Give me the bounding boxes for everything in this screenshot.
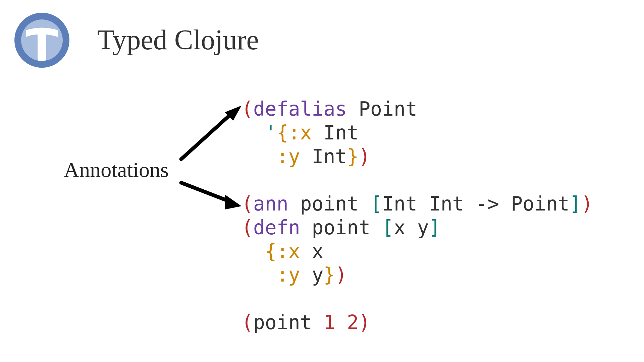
arrow-to-ann-icon [174,178,248,215]
svg-marker-2 [225,106,241,121]
code-line-3: :y Int}) [241,145,370,168]
code-line-5: (defn point [x y] [241,216,441,239]
code-block: (defalias Point '{:x Int :y Int}) (ann p… [241,97,593,335]
code-line-4: (ann point [Int Int -> Point]) [241,192,593,215]
code-line-1: (defalias Point [241,98,417,120]
code-line-2: '{:x Int [241,121,359,144]
code-line-7: :y y}) [241,263,347,286]
svg-marker-3 [225,194,241,209]
arrow-to-defalias-icon [174,101,248,168]
code-line-6: {:x x [241,240,323,263]
typed-clojure-logo-icon [13,12,70,69]
slide-title: Typed Clojure [97,23,259,56]
slide: Typed Clojure Annotations (defalias Poin… [0,0,644,362]
annotations-label: Annotations [64,158,169,182]
code-line-8: (point 1 2) [241,311,370,334]
